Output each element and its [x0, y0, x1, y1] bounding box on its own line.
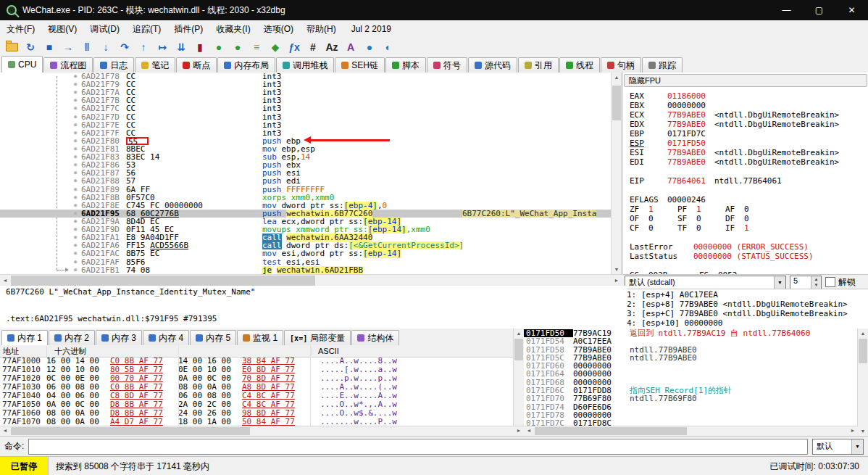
dump-horizontal-scrollbar[interactable]: ◄ ► [0, 426, 524, 436]
menu-file[interactable]: 文件(F) [0, 21, 41, 38]
register-eflags[interactable]: EFLAGS00000246 [630, 195, 868, 205]
flag-zf[interactable]: ZF1 [630, 205, 677, 214]
scroll-right-arrow[interactable]: ► [514, 426, 524, 436]
breakpoint-dot[interactable]: ● [70, 177, 81, 185]
checkbox-box[interactable] [825, 277, 835, 287]
breakpoint-dot[interactable]: ● [70, 80, 81, 88]
spinner-up-icon[interactable]: ▲ [811, 276, 821, 283]
tab-threads[interactable]: 线程 [559, 57, 600, 73]
stack-vertical-scrollbar[interactable]: ▲ ▼ [857, 329, 868, 436]
breakpoint-dot[interactable]: ● [70, 73, 81, 80]
tab-handles[interactable]: 句柄 [601, 57, 641, 73]
scroll-left-arrow[interactable]: ◄ [524, 426, 534, 436]
hide-fpu-button[interactable]: 隐藏FPU [624, 74, 867, 87]
disassembly-vertical-scrollbar[interactable]: ▲ ▼ [611, 73, 622, 274]
dump-header-ascii[interactable]: ASCII [312, 347, 514, 355]
scroll-up-arrow[interactable]: ▲ [858, 329, 868, 338]
settings-globe-icon[interactable]: ◐ [380, 39, 397, 55]
spinner-down-icon[interactable]: ▼ [811, 282, 821, 289]
pattern-search-icon[interactable]: ● [361, 39, 378, 55]
menu-favourites[interactable]: 收藏夹(I) [209, 21, 256, 38]
stack-row[interactable]: 0171FD7077B69F80ntdll.77B69F80 [524, 395, 858, 402]
argument-row[interactable]: 2: [esp+8] 77B9ABE0 <ntdll.DbgUiRemoteBr… [627, 300, 868, 309]
tab-dump2[interactable]: 内存 2 [49, 330, 95, 345]
patches-icon[interactable]: ◆ [267, 39, 284, 55]
tab-symbols[interactable]: 符号 [427, 57, 467, 73]
menu-view[interactable]: 视图(V) [41, 21, 83, 38]
breakpoint-dot[interactable]: ● [70, 241, 81, 249]
disasm-row[interactable]: ●6AD21F7DCCint3 [0, 113, 612, 121]
trace-over-icon[interactable]: ● [229, 39, 246, 55]
restart-icon[interactable]: ↻ [22, 39, 39, 55]
breakpoint-dot[interactable]: ● [70, 113, 81, 121]
flag-af[interactable]: AF0 [725, 205, 773, 214]
scroll-up-arrow[interactable]: ▲ [514, 329, 524, 338]
animate-icon[interactable]: ⇊ [172, 39, 190, 55]
flag-cf[interactable]: CF0 [630, 223, 677, 233]
stack-horizontal-scrollbar[interactable]: ◄ ► [524, 426, 858, 436]
last-error[interactable]: LastError00000000 (ERROR_SUCCESS) [630, 242, 868, 252]
command-input[interactable] [28, 439, 808, 455]
tab-source[interactable]: 源代码 [468, 57, 517, 73]
tab-dump5[interactable]: 内存 5 [190, 330, 236, 345]
register-eip[interactable]: EIP77B64061ntdll.77B64061 [630, 176, 868, 186]
register-esp[interactable]: ESP0171FD50 [630, 139, 868, 148]
scroll-left-arrow[interactable]: ◄ [0, 426, 10, 436]
argument-row[interactable]: 4: [esp+10] 00000000 [627, 318, 868, 328]
maximize-button[interactable]: ▢ [803, 0, 835, 20]
trace-into-icon[interactable]: ● [210, 39, 228, 55]
tab-script[interactable]: 脚本 [385, 57, 426, 73]
calculator-icon[interactable]: ƒx [285, 39, 303, 55]
scroll-thumb[interactable] [612, 86, 621, 120]
scroll-right-arrow[interactable]: ► [848, 426, 858, 436]
breakpoint-dot[interactable]: ● [70, 161, 81, 169]
argument-row[interactable]: 3: [esp+C] 77B9ABE0 <ntdll.DbgUiRemoteBr… [627, 309, 868, 318]
pause-icon[interactable]: ‖ [78, 39, 96, 55]
disasm-row[interactable]: ●6AD21F8857push edi [0, 177, 612, 185]
breakpoint-dot[interactable]: ● [70, 202, 81, 210]
run-icon[interactable]: → [59, 39, 77, 55]
scroll-down-arrow[interactable]: ▼ [612, 265, 622, 274]
register-esi[interactable]: ESI77B9ABE0<ntdll.DbgUiRemoteBreakin> [630, 148, 868, 157]
breakpoint-dot[interactable]: ● [70, 153, 81, 161]
register-eax[interactable]: EAX01186000 [630, 91, 868, 101]
scroll-thumb[interactable] [514, 339, 523, 360]
trace-record-icon[interactable]: ▮ [191, 39, 209, 55]
disasm-row[interactable]: ●6AD21FAC8B75 ECmov esi,dword ptr ss:[eb… [0, 249, 612, 257]
unlock-checkbox[interactable]: 解锁 [825, 276, 856, 289]
breakpoint-dot[interactable]: ● [70, 218, 81, 226]
menu-plugins[interactable]: 插件(P) [167, 21, 209, 38]
spinner-buttons[interactable]: ▲▼ [811, 276, 821, 289]
tab-locals[interactable]: [x=]局部变量 [284, 330, 351, 345]
open-file-icon[interactable] [3, 39, 20, 55]
tab-seh[interactable]: SEH链 [335, 57, 385, 73]
disasm-row[interactable]: ●6AD21FAF85F6test esi,esi [0, 258, 612, 266]
scroll-right-arrow[interactable]: ► [612, 275, 622, 286]
tab-references[interactable]: 引用 [518, 57, 559, 73]
breakpoint-dot[interactable]: ● [70, 88, 81, 96]
stack-row[interactable]: 0171FD54A0C17EEA [524, 337, 858, 345]
minimize-button[interactable]: — [770, 0, 803, 20]
tab-dump3[interactable]: 内存 3 [96, 330, 142, 345]
scroll-thumb[interactable] [11, 427, 250, 435]
disasm-row[interactable]: ●6AD21F896A FFpush FFFFFFFF [0, 186, 612, 194]
highlighting-mode-icon[interactable]: A [342, 39, 359, 55]
disasm-row[interactable]: ●6AD21FB174 08je wechatwin.6AD21FBB [0, 266, 612, 274]
strings-search-icon[interactable]: # [304, 39, 322, 55]
register-edx[interactable]: EDX77B9ABE0<ntdll.DbgUiRemoteBreakin> [630, 120, 868, 129]
stop-icon[interactable]: ■ [41, 39, 58, 55]
breakpoint-dot[interactable]: ● [70, 186, 81, 194]
calling-convention-select[interactable]: 默认 (stdcall) ▼ [625, 276, 786, 289]
dump-header-hex[interactable]: 十六进制 [46, 346, 312, 357]
breakpoint-dot[interactable]: ● [70, 96, 81, 104]
command-script-select[interactable]: 默认 ▼ [812, 439, 864, 455]
breakpoint-dot[interactable]: ● [70, 129, 81, 137]
scroll-thumb[interactable] [859, 339, 867, 363]
run-to-cursor-icon[interactable]: ↦ [154, 39, 171, 55]
tab-notes[interactable]: 笔记 [135, 57, 175, 73]
scroll-thumb[interactable] [11, 276, 315, 286]
flag-pf[interactable]: PF1 [677, 205, 725, 214]
breakpoint-dot[interactable]: ● [70, 169, 81, 177]
flag-tf[interactable]: TF0 [677, 223, 725, 233]
step-out-icon[interactable]: ↑ [135, 39, 152, 55]
